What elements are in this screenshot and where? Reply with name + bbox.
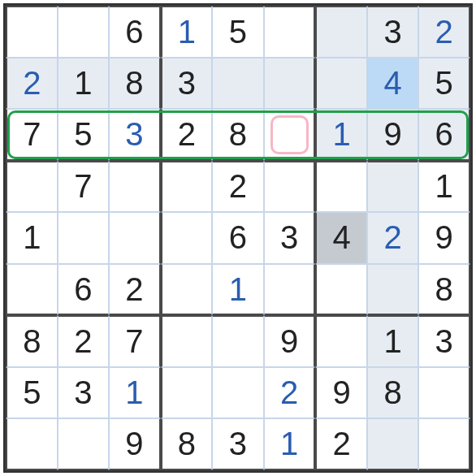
cell-r3-c7[interactable] <box>367 161 419 213</box>
cell-r1-c5[interactable] <box>264 58 316 110</box>
cell-r3-c8[interactable]: 1 <box>418 161 470 213</box>
cell-r1-c3[interactable]: 3 <box>161 58 213 110</box>
cell-r0-c5[interactable] <box>264 6 316 58</box>
cell-r1-c6[interactable] <box>315 58 367 110</box>
cell-r8-c3[interactable]: 8 <box>161 418 213 470</box>
cell-r6-c3[interactable] <box>161 315 213 367</box>
cell-r6-c5[interactable]: 9 <box>264 315 316 367</box>
cell-r5-c0[interactable] <box>6 264 58 316</box>
cell-r3-c4[interactable]: 2 <box>212 161 264 213</box>
cell-r5-c8[interactable]: 8 <box>418 264 470 316</box>
cell-r3-c1[interactable]: 7 <box>58 161 110 213</box>
cell-r2-c4[interactable]: 8 <box>212 109 264 161</box>
cell-r6-c2[interactable]: 7 <box>109 315 161 367</box>
cell-r2-c1[interactable]: 5 <box>58 109 110 161</box>
cell-r7-c6[interactable]: 9 <box>315 367 367 419</box>
cell-r2-c6[interactable]: 1 <box>315 109 367 161</box>
cell-r0-c3[interactable]: 1 <box>161 6 213 58</box>
cell-r6-c4[interactable] <box>212 315 264 367</box>
cell-r8-c6[interactable]: 2 <box>315 418 367 470</box>
cell-r1-c1[interactable]: 1 <box>58 58 110 110</box>
cell-r8-c2[interactable]: 9 <box>109 418 161 470</box>
cell-r7-c4[interactable] <box>212 367 264 419</box>
cell-r0-c0[interactable] <box>6 6 58 58</box>
cell-r0-c2[interactable]: 6 <box>109 6 161 58</box>
cell-r0-c1[interactable] <box>58 6 110 58</box>
cell-r2-c0[interactable]: 7 <box>6 109 58 161</box>
cell-r4-c3[interactable] <box>161 212 213 264</box>
cell-r6-c1[interactable]: 2 <box>58 315 110 367</box>
cell-r7-c7[interactable]: 8 <box>367 367 419 419</box>
cell-r8-c0[interactable] <box>6 418 58 470</box>
cell-r1-c4[interactable] <box>212 58 264 110</box>
cell-r4-c5[interactable]: 3 <box>264 212 316 264</box>
cell-r2-c2[interactable]: 3 <box>109 109 161 161</box>
cell-r4-c6[interactable]: 4 <box>315 212 367 264</box>
cell-r1-c8[interactable]: 5 <box>418 58 470 110</box>
cell-r5-c2[interactable]: 2 <box>109 264 161 316</box>
cell-r7-c1[interactable]: 3 <box>58 367 110 419</box>
cell-r3-c3[interactable] <box>161 161 213 213</box>
cell-r6-c7[interactable]: 1 <box>367 315 419 367</box>
cell-r8-c7[interactable] <box>367 418 419 470</box>
cell-r4-c1[interactable] <box>58 212 110 264</box>
cell-r4-c2[interactable] <box>109 212 161 264</box>
cell-r4-c0[interactable]: 1 <box>6 212 58 264</box>
cell-r2-c7[interactable]: 9 <box>367 109 419 161</box>
cell-r3-c6[interactable] <box>315 161 367 213</box>
cell-r0-c7[interactable]: 3 <box>367 6 419 58</box>
cell-r5-c4[interactable]: 1 <box>212 264 264 316</box>
cell-r8-c5[interactable]: 1 <box>264 418 316 470</box>
cell-r3-c2[interactable] <box>109 161 161 213</box>
cell-r8-c8[interactable] <box>418 418 470 470</box>
cell-r4-c4[interactable]: 6 <box>212 212 264 264</box>
cell-r5-c7[interactable] <box>367 264 419 316</box>
cell-r1-c7[interactable]: 4 <box>367 58 419 110</box>
cell-r7-c2[interactable]: 1 <box>109 367 161 419</box>
cell-r4-c7[interactable]: 2 <box>367 212 419 264</box>
sudoku-board: 6153221834575328196721163429621882791353… <box>3 3 473 473</box>
cell-r0-c6[interactable] <box>315 6 367 58</box>
cell-r5-c5[interactable] <box>264 264 316 316</box>
cell-r0-c8[interactable]: 2 <box>418 6 470 58</box>
cell-r0-c4[interactable]: 5 <box>212 6 264 58</box>
cell-r1-c0[interactable]: 2 <box>6 58 58 110</box>
cell-r4-c8[interactable]: 9 <box>418 212 470 264</box>
cell-r3-c5[interactable] <box>264 161 316 213</box>
cell-r6-c0[interactable]: 8 <box>6 315 58 367</box>
cell-r7-c0[interactable]: 5 <box>6 367 58 419</box>
cell-r2-c8[interactable]: 6 <box>418 109 470 161</box>
cell-r7-c5[interactable]: 2 <box>264 367 316 419</box>
cell-r1-c2[interactable]: 8 <box>109 58 161 110</box>
cell-r5-c1[interactable]: 6 <box>58 264 110 316</box>
cell-r6-c8[interactable]: 3 <box>418 315 470 367</box>
cell-r2-c5[interactable] <box>264 109 316 161</box>
cell-r7-c8[interactable] <box>418 367 470 419</box>
cell-r5-c6[interactable] <box>315 264 367 316</box>
cell-r6-c6[interactable] <box>315 315 367 367</box>
cell-r2-c3[interactable]: 2 <box>161 109 213 161</box>
cell-r7-c3[interactable] <box>161 367 213 419</box>
cell-r8-c4[interactable]: 3 <box>212 418 264 470</box>
cell-r3-c0[interactable] <box>6 161 58 213</box>
cell-r5-c3[interactable] <box>161 264 213 316</box>
cell-r8-c1[interactable] <box>58 418 110 470</box>
